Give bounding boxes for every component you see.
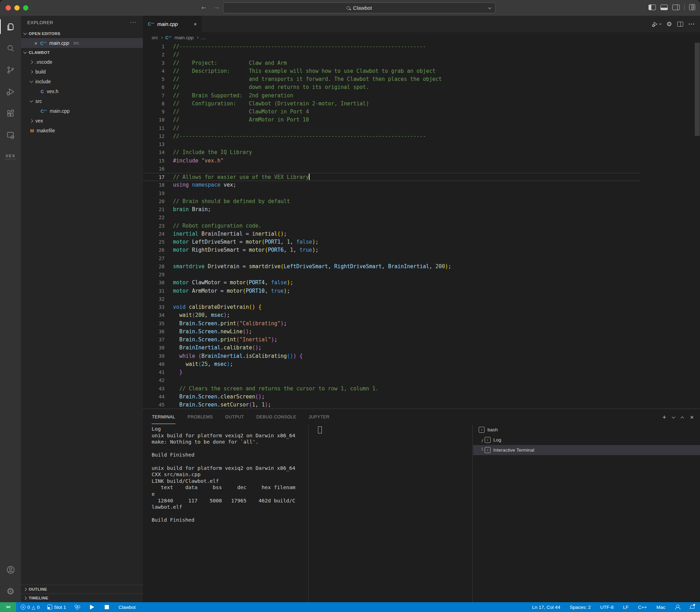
code-line-11[interactable]: 11//	[143, 124, 641, 132]
code-line-12[interactable]: 12//------------------------------------…	[143, 132, 641, 140]
code-line-17[interactable]: 17// Allows for easier use of the VEX Li…	[143, 173, 641, 181]
breadcrumb-symbol[interactable]: …	[201, 35, 206, 40]
outline-section[interactable]: OUTLINE	[21, 585, 143, 593]
code-line-7[interactable]: 7// Brain Supported: 2nd generation	[143, 92, 641, 100]
tree-item-src[interactable]: src	[21, 96, 143, 106]
code-line-41[interactable]: 41 }	[143, 368, 641, 376]
code-line-39[interactable]: 39 while (BrainInertial.isCalibrating())…	[143, 352, 641, 360]
minimize-window-button[interactable]	[14, 5, 20, 11]
tab-output[interactable]: OUTPUT	[225, 410, 244, 424]
activity-settings[interactable]: ⚙	[0, 580, 21, 602]
timeline-section[interactable]: TIMELINE	[21, 593, 143, 602]
code-editor[interactable]: 1//-------------------------------------…	[143, 43, 700, 409]
code-line-34[interactable]: 34 wait(200, msec);	[143, 311, 641, 319]
back-icon[interactable]: ←	[200, 3, 207, 11]
code-line-44[interactable]: 44 Brain.Screen.clearScreen();	[143, 393, 641, 401]
code-line-3[interactable]: 3// Project: Claw and Arm	[143, 59, 641, 67]
tab-problems[interactable]: PROBLEMS	[187, 410, 213, 424]
open-editors-header[interactable]: OPEN EDITORS	[21, 29, 143, 38]
code-line-23[interactable]: 23// Robot configuration code.	[143, 222, 641, 230]
code-line-21[interactable]: 21brain Brain;	[143, 206, 641, 214]
forward-icon[interactable]: →	[213, 3, 220, 11]
remote-indicator[interactable]: ><	[0, 602, 16, 612]
maximize-panel-icon[interactable]	[681, 416, 684, 420]
run-program-button[interactable]	[90, 605, 94, 610]
code-line-15[interactable]: 15#include "vex.h"	[143, 157, 641, 165]
code-line-16[interactable]: 16	[143, 165, 641, 173]
toggle-panel-icon[interactable]	[660, 5, 668, 10]
code-line-24[interactable]: 24inertial BrainInertial = inertial();	[143, 230, 641, 238]
gear-icon[interactable]: ⚙	[666, 20, 672, 28]
tree-item-main-cpp[interactable]: Cmain.cpp	[21, 106, 143, 116]
keymap[interactable]: Mac	[656, 605, 665, 610]
code-line-18[interactable]: 18using namespace vex;	[143, 181, 641, 189]
activity-vex[interactable]: VEX ROBOTICS	[0, 146, 21, 168]
close-window-button[interactable]	[6, 5, 11, 11]
code-line-33[interactable]: 33void calibrateDrivetrain() {	[143, 303, 641, 311]
close-panel-icon[interactable]	[690, 414, 694, 421]
toggle-secondary-sidebar-icon[interactable]	[672, 5, 680, 10]
code-line-8[interactable]: 8// Configuration: Clawbot (Drivetrain 2…	[143, 100, 641, 108]
tab-terminal[interactable]: TERMINAL	[152, 410, 175, 424]
customize-layout-icon[interactable]	[689, 4, 695, 10]
tab-debug-console[interactable]: DEBUG CONSOLE	[256, 410, 297, 424]
notifications-bell-icon[interactable]	[689, 605, 694, 610]
code-line-25[interactable]: 25motor LeftDriveSmart = motor(PORT1, 1,…	[143, 238, 641, 246]
activity-explorer[interactable]	[0, 16, 21, 37]
terminal-session-Interactive-Terminal[interactable]: └Interactive Terminal	[473, 445, 700, 455]
code-line-5[interactable]: 5// and transports it forward. The Clawb…	[143, 75, 641, 83]
code-line-29[interactable]: 29	[143, 271, 641, 279]
run-debug-button[interactable]	[651, 21, 661, 28]
tab-main-cpp[interactable]: C main.cpp ×	[143, 16, 202, 32]
code-line-10[interactable]: 10// ArmMotor in Port 10	[143, 116, 641, 124]
split-editor-icon[interactable]	[677, 22, 683, 27]
new-terminal-icon[interactable]	[662, 413, 666, 421]
eol-sequence[interactable]: LF	[623, 605, 629, 610]
code-line-1[interactable]: 1//-------------------------------------…	[143, 43, 641, 51]
code-line-42[interactable]: 42	[143, 376, 641, 384]
activity-remote-explorer[interactable]	[0, 124, 21, 146]
code-line-9[interactable]: 9// ClawMotor in Port 4	[143, 108, 641, 116]
toggle-sidebar-icon[interactable]	[649, 5, 656, 10]
code-line-20[interactable]: 20// Brain should be defined by default	[143, 197, 641, 206]
code-line-31[interactable]: 31motor ArmMotor = motor(PORT10, true);	[143, 287, 641, 295]
stop-program-button[interactable]	[105, 605, 109, 609]
code-line-35[interactable]: 35 Brain.Screen.print("Calibrating");	[143, 320, 641, 328]
code-line-13[interactable]: 13	[143, 140, 641, 148]
slot-selector[interactable]: Slot 1	[47, 605, 66, 610]
code-line-43[interactable]: 43 // Clears the screen and returns the …	[143, 385, 641, 393]
close-icon[interactable]: ×	[34, 40, 37, 46]
cursor-position[interactable]: Ln 17, Col 44	[532, 605, 560, 610]
code-line-27[interactable]: 27	[143, 255, 641, 263]
code-line-30[interactable]: 30motor ClawMotor = motor(PORT4, false);	[143, 279, 641, 287]
breadcrumb-dir[interactable]: src	[152, 35, 158, 40]
language-mode[interactable]: C++	[638, 605, 647, 610]
code-line-37[interactable]: 37 Brain.Screen.print("Inertial");	[143, 336, 641, 344]
terminal-session-bash[interactable]: bash	[473, 425, 700, 435]
problems-status[interactable]: 0 △ 0	[21, 605, 40, 610]
code-line-2[interactable]: 2//	[143, 51, 641, 59]
feedback-icon[interactable]	[675, 605, 680, 610]
close-tab-icon[interactable]: ×	[194, 21, 197, 27]
pane-divider[interactable]	[308, 425, 309, 602]
code-line-38[interactable]: 38 BrainInertial.calibrate();	[143, 344, 641, 352]
tree-item-build[interactable]: build	[21, 67, 143, 77]
code-line-45[interactable]: 45 Brain.Screen.setCursor(1, 1);	[143, 401, 641, 409]
tree-item-vex-h[interactable]: Cvex.h	[21, 86, 143, 96]
activity-source-control[interactable]	[0, 59, 21, 81]
tab-jupyter[interactable]: JUPYTER	[308, 410, 330, 424]
terminal-session-Log[interactable]: ┌Log	[473, 435, 700, 445]
code-line-19[interactable]: 19	[143, 189, 641, 197]
code-line-14[interactable]: 14// Include the IQ Library	[143, 148, 641, 157]
code-line-40[interactable]: 40 wait(25, msec);	[143, 360, 641, 368]
zoom-window-button[interactable]	[23, 5, 28, 11]
breadcrumb-file[interactable]: main.cpp	[174, 35, 194, 40]
code-line-28[interactable]: 28smartdrive Drivetrain = smartdrive(Lef…	[143, 263, 641, 271]
tree-item-vex[interactable]: vex	[21, 116, 143, 126]
indentation[interactable]: Spaces: 2	[570, 605, 591, 610]
tree-item--vscode[interactable]: .vscode	[21, 57, 143, 67]
code-line-22[interactable]: 22	[143, 214, 641, 222]
project-name[interactable]: Clawbot	[119, 605, 136, 610]
tree-item-include[interactable]: include	[21, 77, 143, 86]
more-actions-icon[interactable]: ···	[130, 19, 137, 26]
